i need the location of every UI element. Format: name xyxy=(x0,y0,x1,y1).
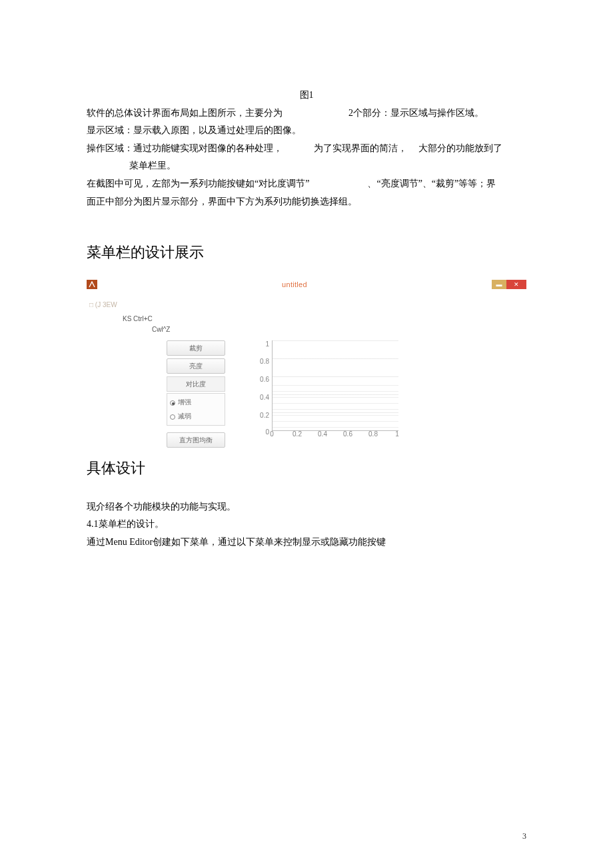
close-button[interactable]: ✕ xyxy=(506,280,526,289)
plot-area xyxy=(272,340,398,431)
minimize-button[interactable]: ▬ xyxy=(492,280,506,289)
section-heading-detail: 具体设计 xyxy=(87,454,526,482)
page-number: 3 xyxy=(522,829,526,844)
menu-dropdown: KS Ctrl+C Cwl^Z xyxy=(123,314,526,335)
xtick-label: 0.8 xyxy=(368,428,378,440)
body-text: 菜单栏里。 xyxy=(87,157,526,175)
menu-item-cwlz[interactable]: Cwl^Z xyxy=(152,324,526,335)
body-text: 面正中部分为图片显示部分，界面中下方为系列功能切换选择组。 xyxy=(87,193,526,211)
contrast-group-label: 对比度 xyxy=(167,376,225,392)
figure-caption: 图1 xyxy=(87,87,526,105)
radio-label: 增强 xyxy=(178,398,191,406)
radio-dot-icon xyxy=(170,400,175,406)
ytick-label: 0 xyxy=(259,426,269,438)
ytick-label: 0.6 xyxy=(259,373,269,386)
text-fragment: 软件的总体设计界面布局如上图所示，主要分为 xyxy=(87,105,283,123)
histeq-button[interactable]: 直方图均衡 xyxy=(167,432,225,448)
contrast-radio-group: 增强 减弱 xyxy=(167,393,225,426)
body-text: 通过Menu Editor创建如下菜单，通过以下菜单来控制显示或隐藏功能按键 xyxy=(87,534,526,552)
text-fragment: 大部分的功能放到了 xyxy=(418,140,502,158)
text-fragment: 、“亮度调节”、“裁剪”等等；界 xyxy=(367,175,496,193)
radio-decrease[interactable]: 减弱 xyxy=(170,409,222,423)
text-fragment: 2个部分：显示区域与操作区域。 xyxy=(348,105,484,123)
menubar[interactable]: □ (J 3EW xyxy=(89,298,526,311)
titlebar: untitled ▬ ✕ xyxy=(87,278,526,290)
menu-item-ks[interactable]: KS Ctrl+C xyxy=(123,314,526,324)
body-text: 软件的总体设计界面布局如上图所示，主要分为 2个部分：显示区域与操作区域。 xyxy=(87,105,526,123)
ytick-label: 0.8 xyxy=(259,355,269,368)
text-fragment: 操作区域：通过功能键实现对图像的各种处理， xyxy=(87,140,283,158)
ytick-label: 1 xyxy=(259,338,269,350)
app-icon xyxy=(87,280,97,289)
section-heading-menu: 菜单栏的设计展示 xyxy=(87,238,526,266)
text-fragment: 在截图中可见，左部为一系列功能按键如“对比度调节” xyxy=(87,175,309,193)
axes-plot: 1 0.8 0.6 0.4 0.2 0 0 0.2 0.4 0.6 0.8 1 xyxy=(259,340,398,440)
xtick-label: 1 xyxy=(395,428,399,440)
xtick-label: 0 xyxy=(270,428,274,440)
body-text: 显示区域：显示载入原图，以及通过处理后的图像。 xyxy=(87,122,526,140)
body-text: 在截图中可见，左部为一系列功能按键如“对比度调节” 、“亮度调节”、“裁剪”等等… xyxy=(87,175,526,193)
body-text: 现介绍各个功能模块的功能与实现。 xyxy=(87,498,526,516)
radio-label: 减弱 xyxy=(178,412,191,420)
text-fragment: 为了实现界面的简洁， xyxy=(314,140,407,158)
app-window: untitled ▬ ✕ □ (J 3EW KS Ctrl+C Cwl^Z 裁剪… xyxy=(87,278,526,450)
window-title: untitled xyxy=(97,278,492,292)
xtick-label: 0.6 xyxy=(343,428,352,440)
radio-dot-icon xyxy=(170,414,175,420)
menu-root[interactable]: □ (J 3EW xyxy=(89,298,117,311)
ytick-label: 0.4 xyxy=(259,391,269,404)
ytick-label: 0.2 xyxy=(259,409,269,422)
crop-button[interactable]: 裁剪 xyxy=(167,340,225,356)
radio-increase[interactable]: 增强 xyxy=(170,395,222,409)
xtick-label: 0.2 xyxy=(293,428,302,440)
xtick-label: 0.4 xyxy=(318,428,327,440)
body-text: 4.1菜单栏的设计。 xyxy=(87,516,526,534)
brightness-button[interactable]: 亮度 xyxy=(167,358,225,374)
body-text: 操作区域：通过功能键实现对图像的各种处理， 为了实现界面的简洁， 大部分的功能放… xyxy=(87,140,526,158)
control-panel: 裁剪 亮度 对比度 增强 减弱 直方图均衡 xyxy=(167,340,225,450)
